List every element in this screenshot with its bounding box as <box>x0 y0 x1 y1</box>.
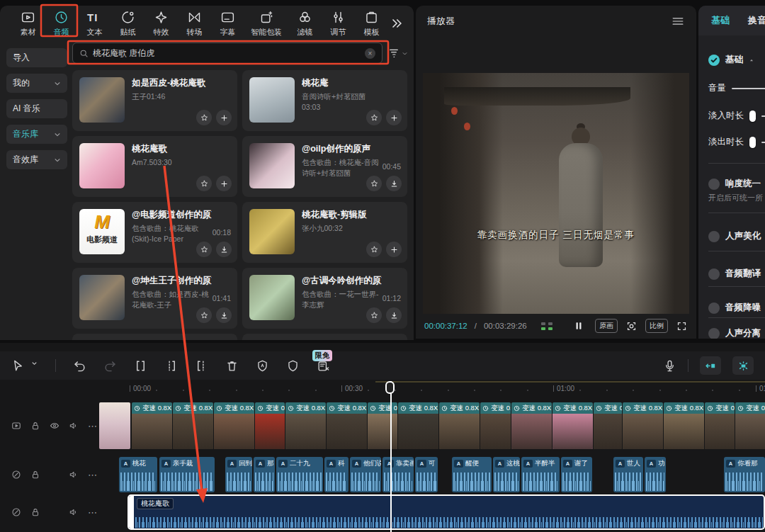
toolbar-expand-button[interactable] <box>390 16 404 30</box>
download-button[interactable] <box>216 242 232 257</box>
tab-captions[interactable]: 字幕 <box>211 10 244 38</box>
add-button[interactable] <box>216 176 232 191</box>
music-card-2[interactable]: 桃花庵歌Am7.503:30 <box>72 136 237 197</box>
video-segment-15[interactable]: 变速 0.8X <box>705 402 735 449</box>
tab-media[interactable]: 素材 <box>11 10 45 38</box>
inspector-tab-1[interactable]: 换音色 <box>748 14 765 27</box>
favorite-button[interactable] <box>366 176 382 191</box>
split-keep-left-icon[interactable] <box>164 359 178 373</box>
video-segment-3[interactable]: 变速 0.8X <box>255 402 285 449</box>
slider-track[interactable] <box>761 115 765 117</box>
music-card-0[interactable]: 如是西皮-桃花庵歌王子01:46 <box>72 70 237 131</box>
favorite-button[interactable] <box>196 242 212 257</box>
eye-icon[interactable] <box>50 421 60 431</box>
pause-button[interactable] <box>574 321 584 332</box>
music-card-8[interactable]: 桃花庵~ <box>72 334 237 340</box>
music-card-4[interactable]: M电影频道@电影频道创作的原声包含歌曲：桃花庵歌(Skit)-Ice Paper… <box>72 202 237 263</box>
filter-button[interactable] <box>388 47 408 59</box>
favorite-button[interactable] <box>196 176 212 191</box>
text-segment-8[interactable]: A可 <box>415 457 438 492</box>
text-segment-13[interactable]: A世人 <box>613 457 643 492</box>
checkbox-unchecked[interactable] <box>708 302 720 314</box>
video-segment-6[interactable]: 变速 0.8X <box>368 402 397 449</box>
text-segment-15[interactable]: A你看那 <box>724 457 765 492</box>
tab-effects[interactable]: 特效 <box>144 10 178 38</box>
music-card-9[interactable]: @唐伯虎Annie创作的原声 <box>242 334 407 340</box>
text-segment-10[interactable]: A这桃 <box>493 457 520 492</box>
tab-smartpack[interactable]: 智能包装 <box>244 10 288 38</box>
favorite-button[interactable] <box>366 110 382 125</box>
shield-icon[interactable] <box>286 359 300 373</box>
video-segment-7[interactable]: 变速 0.8X <box>398 402 438 449</box>
mirror-ai-icon[interactable] <box>256 359 269 373</box>
intro-clip[interactable] <box>99 402 130 449</box>
text-segment-5[interactable]: A科 <box>324 457 348 492</box>
select-tool-chevron-icon[interactable] <box>30 359 38 373</box>
tab-transitions[interactable]: 转场 <box>178 10 211 38</box>
lock-icon[interactable] <box>30 470 40 480</box>
original-quality-button[interactable]: 原画 <box>595 319 618 333</box>
lock-icon[interactable] <box>30 507 40 517</box>
tab-text[interactable]: TI文本 <box>78 10 111 38</box>
sidebar-item-1[interactable]: 我的 <box>6 74 67 93</box>
slider-track[interactable] <box>761 142 765 143</box>
sidebar-item-3[interactable]: 音乐库 <box>6 125 67 144</box>
video-segment-13[interactable]: 变速 0.8X <box>623 402 663 449</box>
slider-handle[interactable] <box>749 111 756 122</box>
timeline-ruler[interactable]: 00:0000:3001:0001:3 <box>99 381 765 398</box>
tab-sticker[interactable]: 贴纸 <box>111 10 144 38</box>
video-segment-11[interactable]: 变速 0.8X <box>552 402 593 449</box>
video-segment-2[interactable]: 变速 0.8X <box>214 402 254 449</box>
tab-templates[interactable]: 模板 <box>355 10 388 38</box>
text-segment-12[interactable]: A谢了 <box>561 457 592 492</box>
microphone-icon[interactable] <box>663 359 676 373</box>
text-segment-2[interactable]: A回到 <box>225 457 252 492</box>
music-card-3[interactable]: @oilp创作的原声包含歌曲：桃花庵-音阅诗听+封茗囧菌00:45 <box>242 136 407 197</box>
text-segment-6[interactable]: A他们说 <box>350 457 381 492</box>
tab-filters[interactable]: 滤镜 <box>288 10 322 38</box>
favorite-button[interactable] <box>366 307 382 323</box>
speaker-icon[interactable] <box>69 470 79 480</box>
video-segment-5[interactable]: 变速 0.8X <box>327 402 367 449</box>
speaker-icon[interactable] <box>69 421 79 431</box>
audio-clip-selected[interactable]: 桃花庵歌 <box>128 494 765 530</box>
text-segment-11[interactable]: A半醉半 <box>521 457 560 492</box>
snap-toggle-icon[interactable] <box>700 356 721 375</box>
ratio-button[interactable]: 比例 <box>645 319 668 333</box>
search-bar[interactable]: × <box>72 43 382 64</box>
tab-audio[interactable]: 音频 <box>45 10 78 38</box>
favorite-button[interactable] <box>366 242 382 257</box>
video-segment-10[interactable]: 变速 0.8X <box>511 402 552 449</box>
auto-cut-icon[interactable] <box>732 356 754 375</box>
sidebar-item-0[interactable]: 导入 <box>6 48 67 67</box>
undo-icon[interactable] <box>73 359 86 373</box>
favorite-button[interactable] <box>196 110 212 125</box>
focus-zoom-icon[interactable] <box>625 320 638 332</box>
music-card-5[interactable]: 桃花庵歌-剪辑版张小九00:32 <box>242 202 407 263</box>
video-segment-0[interactable]: 变速 0.8X <box>132 402 172 449</box>
video-segment-12[interactable]: 变速 0.8X <box>594 402 622 449</box>
text-segment-3[interactable]: A那 <box>254 457 275 492</box>
video-segment-14[interactable]: 变速 0.8X <box>664 402 704 449</box>
track-more-icon[interactable]: ⋯ <box>88 470 98 480</box>
redo-icon[interactable] <box>103 359 117 373</box>
download-button[interactable] <box>386 176 402 191</box>
clear-search-icon[interactable]: × <box>365 48 375 59</box>
video-segment-16[interactable]: 变速 0.8X <box>735 402 765 449</box>
sidebar-item-4[interactable]: 音效库 <box>6 150 67 169</box>
select-tool-icon[interactable] <box>11 359 25 373</box>
download-button[interactable] <box>216 307 232 323</box>
text-segment-7[interactable]: A靠卖画 <box>382 457 414 492</box>
search-input[interactable] <box>93 48 361 58</box>
text-segment-0[interactable]: A桃花 <box>119 457 157 492</box>
lock-icon[interactable] <box>30 421 40 431</box>
tab-adjust[interactable]: 调节 <box>322 10 355 38</box>
text-segment-14[interactable]: A功 <box>645 457 666 492</box>
inspector-tab-0[interactable]: 基础 <box>711 14 730 27</box>
collapse-icon[interactable] <box>749 57 754 63</box>
text-segment-4[interactable]: A二十九 <box>276 457 323 492</box>
music-card-1[interactable]: 桃花庵音阅诗听+封茗囧菌03:03 <box>242 70 407 131</box>
split-clip-icon[interactable] <box>134 359 147 373</box>
checkbox-unchecked[interactable] <box>708 268 720 280</box>
track-more-icon[interactable]: ⋯ <box>88 507 98 518</box>
